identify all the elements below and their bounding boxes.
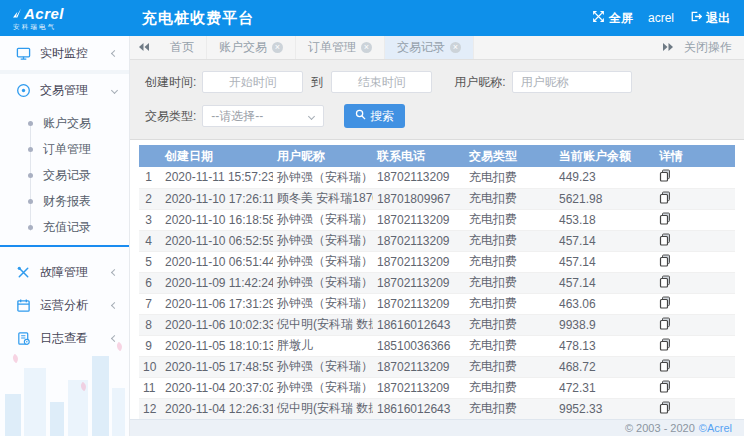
cell-balance: 9952.33 <box>555 398 655 419</box>
sidebar-item[interactable]: 运营分析 <box>0 289 129 322</box>
bullet-icon <box>28 199 33 204</box>
cell-balance: 463.06 <box>555 293 655 314</box>
cell-create-date: 2020-11-04 12:26:31 <box>161 398 273 419</box>
cell-nickname: 孙钟强（安科瑞） <box>273 377 373 398</box>
cell-transaction-type: 充电扣费 <box>465 272 555 293</box>
cell-create-date: 2020-11-09 11:42:24 <box>161 272 273 293</box>
tab-label: 交易记录 <box>397 39 445 56</box>
sidebar-subitem[interactable]: 交易记录 <box>0 162 129 188</box>
end-time-input[interactable] <box>331 71 432 93</box>
logout-label: 退出 <box>706 10 730 27</box>
sidebar-subitem[interactable]: 充值记录 <box>0 214 129 240</box>
sidebar-item[interactable]: 故障管理 <box>0 256 129 289</box>
detail-copy-icon[interactable] <box>659 212 671 225</box>
cell-detail <box>655 356 735 377</box>
transaction-type-label: 交易类型: <box>145 108 196 125</box>
transaction-type-select[interactable]: --请选择-- <box>202 105 324 127</box>
cell-detail <box>655 167 735 188</box>
cell-nickname: 孙钟强（安科瑞） <box>273 293 373 314</box>
detail-copy-icon[interactable] <box>659 233 671 246</box>
tab[interactable]: 交易记录× <box>385 36 474 59</box>
cell-nickname: 孙钟强（安科瑞） <box>273 251 373 272</box>
tab-close-icon[interactable]: × <box>361 42 372 53</box>
column-header: 联系电话 <box>373 145 465 167</box>
sidebar-subitem-label: 订单管理 <box>43 141 91 158</box>
cell-detail <box>655 293 735 314</box>
cell-transaction-type: 充电扣费 <box>465 377 555 398</box>
table-row: 62020-11-09 11:42:24孙钟强（安科瑞）18702113209充… <box>139 272 735 293</box>
start-time-input[interactable] <box>202 71 303 93</box>
tab-close-icon[interactable]: × <box>272 42 283 53</box>
tab-label: 账户交易 <box>219 39 267 56</box>
select-value: --请选择-- <box>211 108 263 125</box>
cell-balance: 457.14 <box>555 251 655 272</box>
content-area: 首页账户交易×订单管理×交易记录× 关闭操作 创建时间: 到 用户昵称: <box>130 36 744 436</box>
sidebar-subitem[interactable]: 账户交易 <box>0 110 129 136</box>
detail-copy-icon[interactable] <box>659 317 671 330</box>
chevron-left-icon <box>111 50 118 57</box>
tab-close-icon[interactable]: × <box>450 42 461 53</box>
fullscreen-button[interactable]: 全屏 <box>592 10 633 27</box>
cell-create-date: 2020-11-04 20:37:02 <box>161 377 273 398</box>
cell-detail <box>655 272 735 293</box>
to-label: 到 <box>311 74 323 91</box>
cell-nickname: 孙钟强（安科瑞） <box>273 167 373 188</box>
sidebar-item-label: 故障管理 <box>40 264 112 281</box>
table-row: 72020-11-06 17:31:29孙钟强（安科瑞）18702113209充… <box>139 293 735 314</box>
cell-detail <box>655 335 735 356</box>
main-area: 实时监控交易管理账户交易订单管理交易记录财务报表充值记录故障管理运营分析日志查看 <box>0 36 744 436</box>
detail-copy-icon[interactable] <box>659 401 671 414</box>
cell-transaction-type: 充电扣费 <box>465 335 555 356</box>
tab[interactable]: 订单管理× <box>296 36 385 59</box>
sidebar-subitem-label: 账户交易 <box>43 115 91 132</box>
cell-row-index: 2 <box>139 188 161 209</box>
detail-copy-icon[interactable] <box>659 169 671 182</box>
tabs-scroll-left-button[interactable] <box>130 36 158 59</box>
create-time-label: 创建时间: <box>145 74 196 91</box>
cell-balance: 449.23 <box>555 167 655 188</box>
user-menu[interactable]: acrel <box>648 11 674 25</box>
search-icon <box>355 109 366 123</box>
detail-copy-icon[interactable] <box>659 191 671 204</box>
monitor-icon <box>15 46 31 62</box>
cell-phone: 18701809967 <box>373 188 465 209</box>
cell-row-index: 6 <box>139 272 161 293</box>
sidebar-item[interactable]: 交易管理 <box>0 74 129 107</box>
sidebar-subitem[interactable]: 财务报表 <box>0 188 129 214</box>
detail-copy-icon[interactable] <box>659 359 671 372</box>
chevron-left-icon <box>111 269 118 276</box>
butterfly-icon <box>79 382 89 392</box>
sidebar-subitem[interactable]: 订单管理 <box>0 136 129 162</box>
detail-copy-icon[interactable] <box>659 380 671 393</box>
sidebar-item[interactable]: 实时监控 <box>0 37 129 70</box>
cell-transaction-type: 充电扣费 <box>465 314 555 335</box>
tab[interactable]: 首页 <box>158 36 207 59</box>
chevron-left-icon <box>111 335 118 342</box>
detail-copy-icon[interactable] <box>659 296 671 309</box>
detail-copy-icon[interactable] <box>659 275 671 288</box>
sidebar-item[interactable]: 日志查看 <box>0 322 129 355</box>
search-button-label: 搜索 <box>370 108 394 125</box>
cell-row-index: 1 <box>139 167 161 188</box>
cell-nickname: 顾冬美 安科瑞1870180 <box>273 188 373 209</box>
tab[interactable]: 账户交易× <box>207 36 296 59</box>
page-title: 充电桩收费平台 <box>142 9 254 28</box>
logout-button[interactable]: 退出 <box>689 10 730 27</box>
logout-icon <box>689 10 702 26</box>
detail-copy-icon[interactable] <box>659 338 671 351</box>
bullet-icon <box>28 173 33 178</box>
cell-balance: 457.14 <box>555 272 655 293</box>
close-actions-button[interactable]: 关闭操作 <box>650 36 744 59</box>
acrel-footer-link[interactable]: ©Acrel <box>699 422 732 434</box>
cell-transaction-type: 充电扣费 <box>465 188 555 209</box>
cell-detail <box>655 230 735 251</box>
table-row: 22020-11-10 17:26:11顾冬美 安科瑞1870180187018… <box>139 188 735 209</box>
cell-row-index: 12 <box>139 398 161 419</box>
cell-phone: 18702113209 <box>373 167 465 188</box>
search-button[interactable]: 搜索 <box>344 104 405 128</box>
tab-bar: 首页账户交易×订单管理×交易记录× 关闭操作 <box>130 36 744 60</box>
chevron-left-icon <box>111 302 118 309</box>
detail-copy-icon[interactable] <box>659 254 671 267</box>
cell-nickname: 倪中明(安科瑞 数据部)1 <box>273 398 373 419</box>
nickname-input[interactable] <box>512 71 632 93</box>
